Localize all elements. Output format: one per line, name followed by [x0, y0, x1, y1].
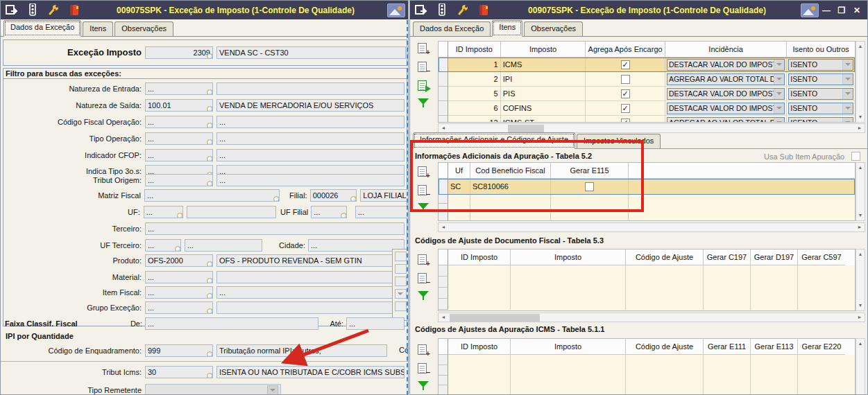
uf-terceiro-code-field[interactable]: ... [145, 239, 181, 252]
export-window-icon[interactable] [3, 3, 20, 17]
subtab-informacoes[interactable]: Informações Adicionais e Códigos de Ajus… [413, 132, 575, 149]
agrega-checkbox[interactable] [621, 119, 630, 123]
col-header[interactable]: Imposto [501, 42, 586, 58]
code-field[interactable]: ... [145, 116, 213, 128]
col-header[interactable]: Agrega Após Encargo [586, 42, 665, 58]
col-header[interactable]: Cod Beneficio Fiscal [470, 163, 551, 179]
side-button[interactable] [395, 301, 407, 311]
uf-filial-desc-field[interactable]: ... [355, 206, 409, 218]
incidencia-dropdown[interactable]: AGREGAR AO VALOR TOTAL D [667, 73, 785, 85]
subtab-impostos-vinculados[interactable]: Impostos Vinculados [577, 134, 661, 148]
gerar-e115-checkbox[interactable] [585, 182, 594, 191]
export-rows-icon[interactable] [417, 80, 429, 92]
col-header[interactable]: Gerar D197 [751, 249, 798, 265]
filter-funnel-icon[interactable] [418, 98, 429, 108]
faixa-ate-field[interactable]: ... [346, 317, 405, 330]
wrench-icon[interactable] [454, 3, 471, 17]
traffic-light-icon[interactable] [434, 3, 450, 17]
isento-dropdown[interactable]: ISENTO [788, 117, 853, 123]
enquadramento-code-field[interactable]: 999 [145, 344, 213, 357]
cidade-field[interactable]: ... [308, 239, 405, 252]
table-row[interactable]: 5 PIS DESTACAR VALOR DO IMPOST ISENTO [439, 87, 855, 101]
uf-desc-field[interactable] [187, 206, 276, 218]
usa-sub-item-checkbox[interactable] [851, 152, 860, 161]
isento-dropdown[interactable]: ISENTO [788, 103, 853, 114]
right-tab-dados[interactable]: Dados da Exceção [413, 21, 491, 36]
uf-terceiro-desc-field[interactable]: ... [185, 239, 262, 252]
matriz-field[interactable]: ... [144, 189, 280, 202]
maximize-button[interactable]: ❐ [834, 6, 849, 15]
produto-desc-field[interactable]: OFS - PRODUTO REVENDA - SEM GTIN [216, 254, 393, 267]
filial-desc-field[interactable]: LOJA FILIAL S [360, 189, 409, 202]
agrega-checkbox[interactable] [621, 89, 630, 98]
tabela52-vertical-scrollbar[interactable] [856, 162, 865, 221]
picture-button[interactable] [387, 3, 405, 17]
close-button[interactable]: ✕ [849, 6, 865, 15]
incidencia-dropdown[interactable]: DESTACAR VALOR DO IMPOST [667, 59, 785, 71]
desc-field[interactable]: ... [216, 116, 405, 128]
filial-code-field[interactable]: 000026 [310, 189, 357, 202]
uf-code-field[interactable]: ... [144, 206, 183, 218]
uf-filial-code-field[interactable]: ... [311, 206, 347, 218]
col-header[interactable]: Código de Ajuste [626, 249, 704, 265]
left-tab-dados[interactable]: Dados da Exceção [3, 20, 81, 37]
desc-field[interactable]: VENDA DE MERCADORIA E/OU SERVIÇOS [216, 99, 405, 112]
code-field[interactable]: ... [145, 82, 213, 95]
wrench-icon[interactable] [45, 3, 62, 17]
traffic-light-icon[interactable] [24, 3, 41, 17]
left-tab-observacoes[interactable]: Observações [114, 21, 173, 36]
agrega-checkbox[interactable] [621, 75, 630, 84]
col-header[interactable]: ID Imposto [448, 42, 501, 58]
terceiro-field[interactable]: ... [145, 222, 405, 235]
table-row[interactable]: 6 COFINS DESTACAR VALOR DO IMPOST ISENTO [439, 101, 855, 116]
code-field[interactable]: ... [145, 149, 213, 161]
picture-button[interactable] [801, 3, 819, 17]
table-row[interactable]: SC SC810066 [439, 179, 855, 195]
itens-vertical-scrollbar[interactable] [856, 41, 865, 123]
side-button[interactable] [395, 276, 407, 286]
remove-row-icon[interactable]: – [417, 272, 429, 285]
code-field[interactable]: ... [145, 174, 213, 186]
filter-funnel-icon[interactable] [418, 381, 429, 391]
col-header[interactable]: Gerar C597 [798, 249, 845, 265]
exception-code-field[interactable]: 2309 [145, 46, 213, 59]
item-fiscal-desc-field[interactable]: ... [216, 286, 393, 299]
col-header[interactable]: Gerar E220 [798, 339, 845, 355]
grupo-excecao-desc-field[interactable] [216, 301, 393, 314]
code-field[interactable]: ... [145, 132, 213, 145]
add-row-icon[interactable]: + [417, 254, 429, 266]
isento-dropdown[interactable]: ISENTO [788, 59, 853, 71]
tabela53-horizontal-scrollbar[interactable] [438, 313, 865, 322]
tipo-remetente-dropdown[interactable] [145, 384, 281, 395]
exception-name-field[interactable]: VENDA SC - CST30 [216, 46, 406, 59]
table-row[interactable]: 2 IPI AGREGAR AO VALOR TOTAL D ISENTO [439, 72, 855, 87]
tabela52-horizontal-scrollbar[interactable] [438, 222, 865, 232]
table-row[interactable]: 1 ICMS DESTACAR VALOR DO IMPOST ISENTO [439, 58, 855, 72]
grupo-excecao-code-field[interactable]: ... [145, 301, 213, 314]
tribut-icms-desc-field[interactable]: ISENTA OU NAO TRIBUTADA E C/COBR ICMS SU… [216, 366, 405, 378]
desc-field[interactable] [216, 82, 405, 95]
col-header[interactable]: Gerar E111 [704, 339, 751, 355]
col-header[interactable]: Imposto [511, 339, 626, 355]
side-button[interactable] [395, 264, 407, 274]
side-button[interactable] [395, 252, 407, 261]
tabela53-vertical-scrollbar[interactable] [856, 249, 865, 311]
agrega-checkbox[interactable] [621, 60, 630, 69]
desc-field[interactable]: ... [216, 149, 405, 161]
tabela511-vertical-scrollbar[interactable] [856, 338, 865, 395]
faixa-de-field[interactable]: ... [145, 317, 318, 330]
tribut-icms-code-field[interactable]: 30 [145, 366, 213, 378]
remove-row-icon[interactable]: – [417, 362, 429, 375]
produto-code-field[interactable]: OFS-2000 [145, 254, 213, 267]
table-row[interactable]: 12 ICMS-ST AGREGAR AO VALOR TOTAL D ISEN… [439, 116, 855, 123]
isento-dropdown[interactable]: ISENTO [788, 73, 853, 85]
desc-field[interactable]: ... [216, 174, 405, 186]
add-row-icon[interactable]: + [417, 42, 429, 55]
col-header[interactable]: Incidência [665, 42, 787, 58]
col-header[interactable]: Gerar C197 [704, 249, 751, 265]
add-row-icon[interactable]: + [417, 166, 429, 178]
remove-row-icon[interactable]: – [417, 184, 429, 197]
item-fiscal-code-field[interactable]: ... [145, 286, 213, 299]
col-header[interactable]: Gerar E113 [751, 339, 798, 355]
enquadramento-desc-field[interactable]: Tributação normal IPI; Outros; [216, 344, 387, 357]
